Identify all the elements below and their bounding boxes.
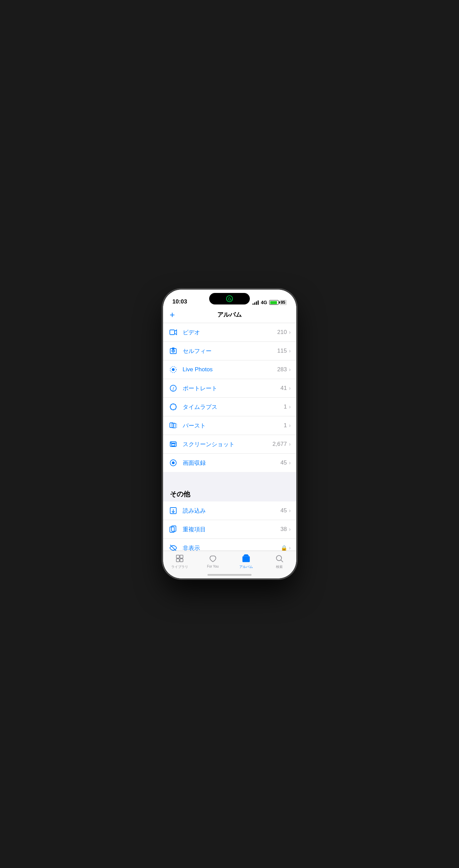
portrait-label: ポートレート bbox=[183, 384, 281, 392]
svg-rect-34 bbox=[180, 555, 183, 558]
list-item-hidden[interactable]: 非表示 🔒 › bbox=[163, 539, 296, 551]
live-photos-count: 283 bbox=[277, 366, 287, 373]
import-icon bbox=[168, 506, 178, 515]
status-right: 4G 95 bbox=[253, 300, 286, 305]
svg-text:f: f bbox=[173, 386, 175, 391]
imports-label: 読み込み bbox=[183, 507, 281, 515]
portrait-icon: f bbox=[168, 383, 178, 393]
library-icon bbox=[175, 554, 184, 563]
svg-rect-0 bbox=[170, 330, 175, 335]
list-item-screen-recording[interactable]: 画面収録 45 › bbox=[163, 454, 296, 472]
list-item-duplicates[interactable]: 重複項目 38 › bbox=[163, 520, 296, 539]
screen-recording-label: 画面収録 bbox=[183, 459, 281, 467]
hidden-label: 非表示 bbox=[183, 544, 281, 551]
other-section-header: その他 bbox=[163, 483, 296, 501]
svg-point-5 bbox=[172, 368, 175, 371]
live-photos-chevron: › bbox=[289, 367, 291, 373]
duplicates-icon bbox=[168, 525, 178, 534]
phone-frame: 10:03 4G 95 bbox=[163, 290, 296, 578]
list-item-video[interactable]: ビデオ 210 › bbox=[163, 323, 296, 342]
app-icon bbox=[226, 295, 233, 302]
screenshot-icon bbox=[168, 439, 178, 449]
home-indicator bbox=[207, 574, 252, 576]
battery-fill bbox=[270, 301, 277, 304]
tab-search[interactable]: 検索 bbox=[263, 554, 296, 569]
tab-albums[interactable]: アルバム bbox=[230, 554, 263, 569]
imports-chevron: › bbox=[289, 508, 291, 514]
albums-icon bbox=[241, 554, 251, 563]
timelapse-count: 1 bbox=[284, 403, 287, 410]
live-photos-icon bbox=[168, 365, 178, 374]
video-icon bbox=[168, 328, 178, 337]
live-photos-label: Live Photos bbox=[183, 366, 277, 373]
list-item-selfie[interactable]: セルフィー 115 › bbox=[163, 342, 296, 360]
battery-level: 95 bbox=[279, 300, 286, 305]
add-button[interactable]: + bbox=[170, 310, 175, 319]
media-types-list: ビデオ 210 › セルフィー 115 bbox=[163, 323, 296, 472]
page-title: アルバム bbox=[217, 311, 242, 319]
battery-body bbox=[269, 300, 279, 305]
selfie-label: セルフィー bbox=[183, 347, 277, 355]
svg-rect-37 bbox=[242, 556, 250, 562]
screen-recording-chevron: › bbox=[289, 460, 291, 466]
svg-rect-33 bbox=[176, 555, 179, 558]
status-time: 10:03 bbox=[173, 298, 187, 305]
signal-bars bbox=[253, 300, 259, 305]
duplicates-label: 重複項目 bbox=[183, 526, 281, 533]
svg-rect-39 bbox=[244, 554, 248, 555]
list-item-imports[interactable]: 読み込み 45 › bbox=[163, 501, 296, 520]
list-item-timelapse[interactable]: タイムラプス 1 › bbox=[163, 398, 296, 416]
timelapse-label: タイムラプス bbox=[183, 403, 284, 411]
timelapse-chevron: › bbox=[289, 404, 291, 410]
list-item-burst[interactable]: バースト 1 › bbox=[163, 416, 296, 435]
selfie-chevron: › bbox=[289, 348, 291, 354]
screenshot-label: スクリーンショット bbox=[183, 440, 273, 448]
screen: 10:03 4G 95 bbox=[163, 290, 296, 578]
status-bar: 10:03 4G 95 bbox=[163, 290, 296, 308]
svg-point-3 bbox=[173, 350, 174, 352]
content-area: ビデオ 210 › セルフィー 115 bbox=[163, 323, 296, 551]
svg-rect-36 bbox=[180, 559, 183, 562]
list-item-screenshot[interactable]: スクリーンショット 2,677 › bbox=[163, 435, 296, 454]
other-list: 読み込み 45 › 重複項目 38 › bbox=[163, 501, 296, 551]
svg-line-41 bbox=[281, 560, 283, 562]
video-count: 210 bbox=[277, 329, 287, 336]
list-item-live-photos[interactable]: Live Photos 283 › bbox=[163, 360, 296, 379]
portrait-count: 41 bbox=[280, 385, 287, 392]
svg-rect-35 bbox=[176, 559, 179, 562]
imports-count: 45 bbox=[280, 507, 287, 514]
duplicates-count: 38 bbox=[280, 526, 287, 533]
selfie-count: 115 bbox=[277, 348, 287, 354]
svg-point-22 bbox=[171, 442, 172, 443]
burst-label: バースト bbox=[183, 422, 284, 430]
dynamic-island bbox=[209, 293, 250, 304]
hidden-chevron: › bbox=[289, 545, 291, 551]
search-tab-label: 検索 bbox=[276, 565, 283, 569]
burst-icon bbox=[168, 421, 178, 430]
burst-count: 1 bbox=[284, 422, 287, 429]
duplicates-chevron: › bbox=[289, 526, 291, 532]
search-icon bbox=[275, 554, 284, 563]
network-type: 4G bbox=[261, 300, 267, 305]
hidden-lock-icon: 🔒 bbox=[281, 545, 287, 551]
svg-rect-18 bbox=[170, 423, 173, 428]
screen-recording-count: 45 bbox=[280, 459, 287, 466]
library-tab-label: ライブラリ bbox=[171, 565, 188, 569]
tab-for-you[interactable]: For You bbox=[196, 554, 230, 568]
for-you-tab-label: For You bbox=[207, 565, 219, 568]
video-label: ビデオ bbox=[183, 329, 277, 336]
svg-point-40 bbox=[277, 555, 282, 560]
albums-tab-label: アルバム bbox=[239, 565, 253, 569]
burst-chevron: › bbox=[289, 422, 291, 429]
portrait-chevron: › bbox=[289, 385, 291, 391]
nav-header: + アルバム bbox=[163, 308, 296, 323]
screen-recording-icon bbox=[168, 458, 178, 468]
screenshot-chevron: › bbox=[289, 441, 291, 447]
tab-library[interactable]: ライブラリ bbox=[163, 554, 196, 569]
battery: 95 bbox=[269, 300, 286, 305]
for-you-icon bbox=[208, 554, 218, 563]
section-spacer bbox=[163, 472, 296, 483]
timelapse-icon bbox=[168, 402, 178, 412]
list-item-portrait[interactable]: f ポートレート 41 › bbox=[163, 379, 296, 398]
hidden-icon bbox=[168, 543, 178, 551]
